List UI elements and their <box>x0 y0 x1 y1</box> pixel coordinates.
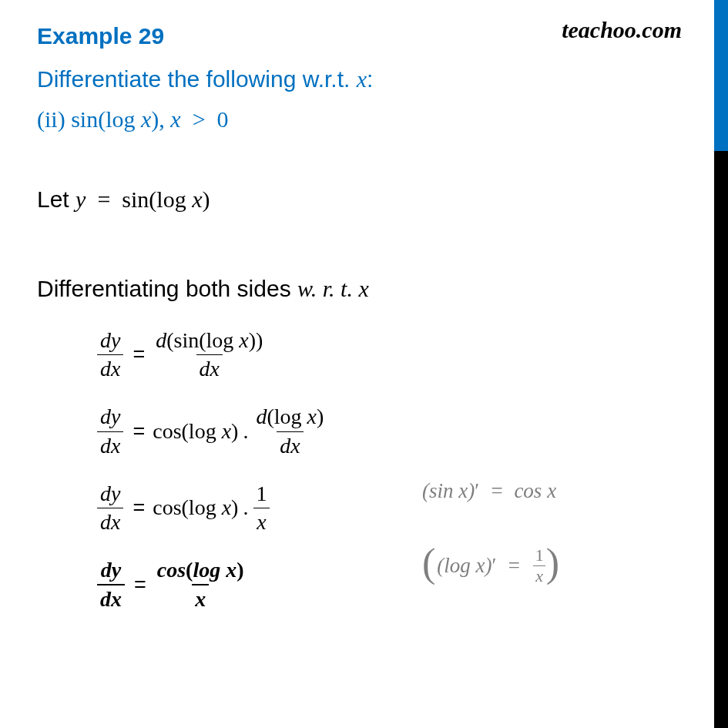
prompt-line: Differentiate the following w.r.t. x: <box>37 66 677 92</box>
side-stripe-blue <box>714 0 728 151</box>
page: teachoo.com Example 29 Differentiate the… <box>0 0 714 728</box>
equation-block: dy dx = d(sin(log x)) dx dy dx = <box>97 328 677 612</box>
equation-row-3: dy dx = cos(log x) . 1 x <box>97 481 677 535</box>
sub-expression: sin(log x), x > 0 <box>71 106 228 132</box>
note-sin-derivative: (sin x)′ = cos x <box>422 479 556 503</box>
rhs-2: cos(log x) . d(log x) dx <box>153 404 327 458</box>
let-line: Let y = sin(log x) <box>37 186 677 213</box>
note-log-derivative: ( (log x)′ = 1 x ) <box>422 545 559 585</box>
diff-wrt: w. r. t. x <box>297 276 369 301</box>
rhs-3: cos(log x) . 1 x <box>153 481 270 535</box>
content: Example 29 Differentiate the following w… <box>0 0 714 612</box>
equation-row-1: dy dx = d(sin(log x)) dx <box>97 328 677 381</box>
dy: dy <box>97 328 123 354</box>
equals-4: = <box>125 573 154 597</box>
side-stripe-black <box>714 151 728 728</box>
lhs-3: dy dx <box>97 481 123 535</box>
diff-line: Differentiating both sides w. r. t. x <box>37 276 677 302</box>
equals-3: = <box>123 496 153 520</box>
prompt-colon: : <box>367 66 373 92</box>
lhs-1: dy dx <box>97 328 123 381</box>
lhs-4: dy dx <box>97 558 125 612</box>
prompt-text: Differentiate the following w.r.t. <box>37 66 357 92</box>
equation-row-4: dy dx = cos(log x) x <box>97 558 677 612</box>
let-pre: Let <box>37 186 75 212</box>
dx: dx <box>97 354 123 381</box>
equation-row-2: dy dx = cos(log x) . d(log x) dx <box>97 404 677 458</box>
dot-2: . <box>238 419 253 444</box>
prompt-var: x <box>357 66 367 92</box>
let-expression: y = sin(log x) <box>75 186 210 212</box>
sub-question: (ii) sin(log x), x > 0 <box>37 106 677 133</box>
sub-label: (ii) <box>37 106 71 132</box>
rhs-1: d(sin(log x)) dx <box>153 328 266 381</box>
lhs-2: dy dx <box>97 404 123 458</box>
diff-pre: Differentiating both sides <box>37 276 297 301</box>
dot-3: . <box>238 495 253 520</box>
rhs-4: cos(log x) x <box>154 558 247 612</box>
equals-1: = <box>123 343 153 367</box>
brand-logo: teachoo.com <box>562 17 682 43</box>
equals-2: = <box>123 420 153 444</box>
